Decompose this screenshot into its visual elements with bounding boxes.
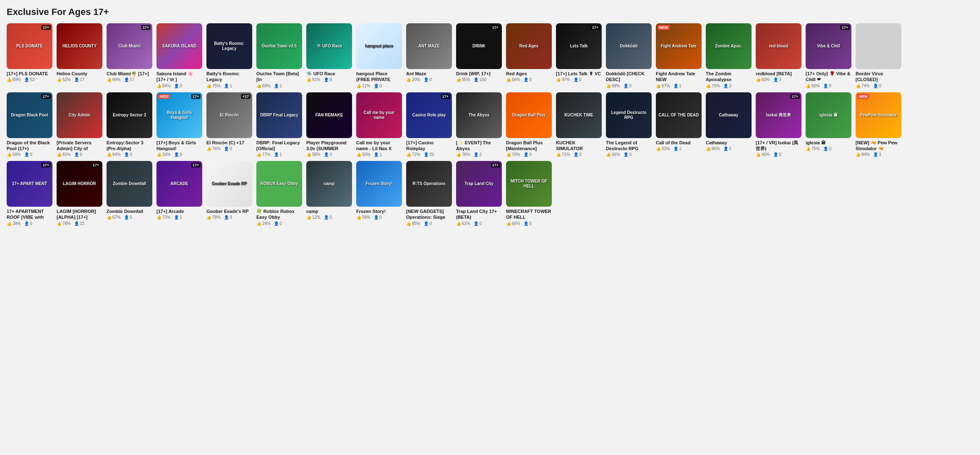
game-card[interactable]: Border Virus [CLOSED]👍 74%👤 0 [856,23,901,88]
like-stat: 👍 67% [656,84,670,88]
game-title: Call of the Dead [656,140,702,146]
game-card[interactable]: Casino Role play17+[17+] Casino Roleplay… [406,92,452,157]
game-title: Batty's Rooms: Legacy [206,71,252,83]
player-stat: 👤 0 [224,215,232,220]
like-stat: 👍 71% [556,152,570,157]
game-card[interactable]: PLS DONATE17+[17+] PLS DONATE👍 89%👤 52 [7,23,52,88]
player-stat: 👤 0 [823,146,831,151]
game-card[interactable]: Red AgesRed Ages👍 66%👤 0 [506,23,552,88]
player-stat: 👤 0 [523,77,532,82]
player-stat: 👤 1 [224,84,232,88]
game-card[interactable]: ROBUX Easy Obby🍀 Roblox Robox Easy Obby👍… [256,161,302,226]
player-stat: 👤 17 [124,77,134,82]
like-stat: 👍 39% [7,221,21,226]
age-badge: 17+ [41,163,51,168]
game-card[interactable]: Batty's Rooms: LegacyBatty's Rooms: Lega… [206,23,252,88]
game-card[interactable]: DokkōdōDokkōdō [CHECK DESC]👍 69%👤 0 [606,23,652,88]
like-stat: 👍 24% [256,221,270,226]
game-title: Entropy:Sector 3 (Pre-Alpha) [107,140,152,152]
player-stat: 👤 52 [24,77,35,82]
game-card[interactable]: DBRP Final LegacyDBRP: Final Legacy [Off… [256,92,302,157]
new-badge: NEW [657,25,670,30]
game-title: hangout Place (FREE PRIVATE [356,71,402,83]
game-title: DBRP: Final Legacy [Official] [256,140,302,152]
game-card[interactable]: red bloodredblood [BETA]👍 60%👤 3 [756,23,801,88]
game-title: Zombie Downfall [107,208,152,214]
game-card[interactable]: 17+ APART MENT17+17+ APARTMENT ROOF [VIB… [7,161,52,226]
game-card[interactable]: 🛸 UFO Race🛸 UFO Race👍 91%👤 8 [306,23,352,88]
game-card[interactable]: SAKURA ISLANDSakura Island 🌸 [17+ / Vr ]… [156,23,202,88]
game-title: LAGIM [HORROR] [ALPHA] [17+] [57,208,102,220]
game-card[interactable]: FAN REMAKEPlayer Playground 3.0v (SUMMER… [306,92,352,157]
game-card[interactable]: Entropy Sector 3Entropy:Sector 3 (Pre-Al… [107,92,152,157]
game-card[interactable]: R:TS Operations[NEW GADGETS] Operations:… [406,161,452,226]
player-stat: 👤 17 [74,77,84,82]
player-stat: 👤 1 [673,84,682,88]
game-card[interactable]: Zombie DownfallZombie Downfall👍 67%👤 0 [107,161,152,226]
player-stat: 👤 22 [74,221,84,226]
game-card[interactable]: Ouchie Town v2.5Ouchie Town [Beta] [In👍 … [256,23,302,88]
player-stat: 👤 0 [324,152,332,157]
like-stat: 👍 20% [406,77,420,82]
game-card[interactable]: Isekai 異世界17+[17+ / VR] Isekai (異世界)👍 40… [756,92,801,157]
player-stat: 👤 8 [324,77,332,82]
game-card[interactable]: ANT MAZEAnt Maze👍 20%👤 0 [406,23,452,88]
game-card[interactable]: HELIOS COUNTYHelios County👍 52%👤 17 [57,23,102,88]
game-card[interactable]: ARCADE17+[17+] Arcade👍 72%👤 1 [156,161,202,226]
game-card[interactable]: LAGIM HORROR17+LAGIM [HORROR] [ALPHA] [1… [57,161,102,226]
age-badge: 17+ [590,25,600,30]
age-badge: 17+ [790,94,800,99]
game-card[interactable]: The Abyss[✨ EVENT] The Abyss👍 76%👤 2 [456,92,502,157]
new-badge: NEW [857,94,869,99]
player-stat: 👤 20 [424,152,434,157]
game-card[interactable]: campcamp👍 12%👤 0 [306,161,352,226]
game-card[interactable]: El Rincón+17El Rincón (C) +17👍 76%👤 0 [206,92,252,157]
game-card[interactable]: Goober Evade RPGoober Evade's RP👍 78%👤 0 [206,161,252,226]
game-title: iglesia 🏛 [806,140,851,146]
like-stat: 👍 78% [57,221,71,226]
player-stat: 👤 1 [374,152,382,157]
game-card[interactable]: Lets Talk17+[17+] Lets Talk 🎙 VC👍 97%👤 0 [556,23,602,88]
new-badge: NEW [158,94,170,99]
game-title: The Legend of Destructo RPG [606,140,652,152]
game-card[interactable]: Call me by your nameCall me by your name… [356,92,402,157]
game-card[interactable]: PewPew SimulatorNEW[NEW] 🔫 Pew Pew Simul… [856,92,901,157]
game-card[interactable]: Dragon Ball PlusDragon Ball Plus [Mainte… [506,92,552,157]
game-card[interactable]: CALL OF THE DEADCall of the Dead👍 63%👤 2 [656,92,702,157]
game-card[interactable]: iglesia 🏛iglesia 🏛👍 75%👤 0 [806,92,851,157]
game-title: Ouchie Town [Beta] [In [256,71,302,83]
game-card[interactable]: Vibe & Chill17+[17+ Only] 🌹 Vibe & Chill… [806,23,851,88]
like-stat: 👍 69% [606,84,620,88]
player-stat: 👤 0 [523,221,532,226]
player-stat: 👤 0 [523,152,532,157]
player-stat: 👤 0 [424,77,432,82]
game-title: [17+ Only] 🌹 Vibe & Chill ❤ [806,71,851,83]
player-stat: 👤 0 [174,84,182,88]
game-card[interactable]: Frozen Story!Frozen Story!👍 58%👤 0 [356,161,402,226]
like-stat: 👍 40% [756,152,770,157]
game-title: El Rincón (C) +17 [206,140,252,146]
player-stat: 👤 2 [723,84,732,88]
game-title: Fight Andrew Tate NEW [656,71,702,83]
player-stat: 👤 0 [24,221,32,226]
game-card[interactable]: City Admin[Private Servers Admin] City o… [57,92,102,157]
game-card[interactable]: Trap Land City17+Trap Land City 17+ (BET… [456,161,502,226]
like-stat: 👍 63% [656,146,670,151]
game-title: [NEW GADGETS] Operations: Siege [406,208,452,220]
game-title: 17+ APARTMENT ROOF [VIBE with [7,208,52,220]
game-card[interactable]: Boys & Girls Hangout17+NEW[17+] Boys & G… [156,92,202,157]
game-card[interactable]: CathawayCathaway👍 86%👤 0 [706,92,752,157]
game-title: Cathaway [706,140,752,146]
game-card[interactable]: MITCH TOWER OF HELLMINECRAFT TOWER OF HE… [506,161,552,226]
game-card[interactable]: hangout placehangout Place (FREE PRIVATE… [356,23,402,88]
game-card[interactable]: Legend Destructo RPGThe Legend of Destru… [606,92,652,157]
player-stat: 👤 0 [723,146,732,151]
game-card[interactable]: Club Miami17+Club Miami🌴 [17+]👍 84%👤 17 [107,23,152,88]
game-card[interactable]: KUCHEK TIMEKUCHEK SIMULATOR👍 71%👤 0 [556,92,602,157]
game-card[interactable]: Zombie Apoc.The Zombie Apocalypse👍 75%👤 … [706,23,752,88]
game-card[interactable]: DRINK17+Drink [WIP, 17+]👍 95%👤 100 [456,23,502,88]
game-card[interactable]: Dragon Black Pool17+Dragon of the Black … [7,92,52,157]
game-card[interactable]: Fight Andrew TateNEWFight Andrew Tate NE… [656,23,702,88]
game-title: Ant Maze [406,71,452,77]
game-title: Trap Land City 17+ (BETA) [456,208,502,220]
